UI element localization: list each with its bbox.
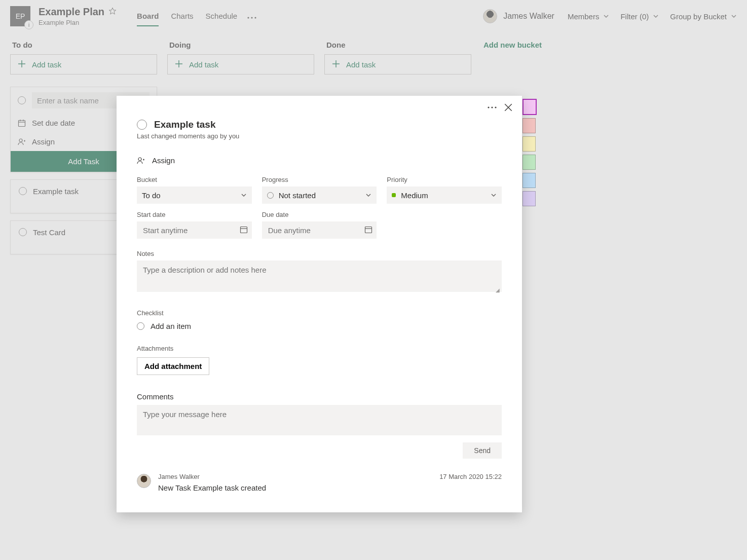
activity-author: James Walker xyxy=(158,473,200,480)
status-circle-icon xyxy=(137,322,144,330)
bucket-field-label: Bucket xyxy=(137,176,252,183)
task-title[interactable]: Example task xyxy=(154,119,215,130)
assign-label: Assign xyxy=(152,156,175,165)
checklist-label: Checklist xyxy=(137,309,502,317)
bucket-select[interactable]: To do xyxy=(137,186,252,204)
label-color-picker xyxy=(522,99,537,206)
chevron-down-icon xyxy=(365,191,371,200)
svg-point-19 xyxy=(495,106,496,108)
svg-point-18 xyxy=(491,106,493,108)
priority-select[interactable]: Medium xyxy=(387,186,502,204)
more-menu-icon[interactable] xyxy=(488,103,497,114)
notes-label: Notes xyxy=(137,250,502,257)
activity-text: New Task Example task created xyxy=(158,483,502,492)
assign-button[interactable]: Assign xyxy=(137,155,502,166)
svg-rect-25 xyxy=(240,227,247,233)
priority-field-label: Priority xyxy=(387,176,502,183)
priority-indicator-icon xyxy=(392,193,396,197)
attachments-label: Attachments xyxy=(137,345,502,352)
start-date-input-wrapper[interactable] xyxy=(137,221,252,239)
priority-value: Medium xyxy=(401,191,428,200)
start-date-label: Start date xyxy=(137,211,252,218)
calendar-icon[interactable] xyxy=(364,226,372,235)
label-color-swatch[interactable] xyxy=(522,155,536,170)
label-color-swatch[interactable] xyxy=(522,191,536,206)
add-attachment-button[interactable]: Add attachment xyxy=(137,357,209,375)
last-changed-text: Last changed moments ago by you xyxy=(137,132,502,140)
label-color-swatch[interactable] xyxy=(522,99,537,115)
task-complete-toggle[interactable] xyxy=(137,120,147,130)
chevron-down-icon xyxy=(491,191,497,200)
close-icon[interactable] xyxy=(504,103,513,114)
due-date-label: Due date xyxy=(262,211,377,218)
bucket-value: To do xyxy=(142,191,161,200)
progress-select[interactable]: Not started xyxy=(262,186,377,204)
avatar-icon xyxy=(137,474,151,488)
send-comment-button[interactable]: Send xyxy=(463,442,502,459)
person-add-icon xyxy=(137,157,145,165)
notes-textarea[interactable] xyxy=(137,260,502,292)
due-date-input-wrapper[interactable] xyxy=(262,221,377,239)
due-date-input[interactable] xyxy=(268,226,365,235)
chevron-down-icon xyxy=(241,191,247,200)
svg-rect-27 xyxy=(365,227,372,233)
svg-point-22 xyxy=(138,158,141,161)
checklist-add-item[interactable]: Add an item xyxy=(137,322,502,330)
label-color-swatch[interactable] xyxy=(522,173,536,188)
start-date-input[interactable] xyxy=(143,226,240,235)
progress-status-icon xyxy=(267,192,274,199)
activity-entry: James Walker 17 March 2020 15:22 New Tas… xyxy=(137,459,502,492)
progress-field-label: Progress xyxy=(262,176,377,183)
progress-value: Not started xyxy=(279,191,316,200)
checklist-add-label: Add an item xyxy=(151,322,191,330)
activity-timestamp: 17 March 2020 15:22 xyxy=(439,473,502,480)
comment-textarea[interactable] xyxy=(137,405,502,435)
calendar-icon[interactable] xyxy=(240,226,248,235)
task-detail-modal: Example task Last changed moments ago by… xyxy=(117,96,522,512)
label-color-swatch[interactable] xyxy=(522,136,536,152)
comments-label: Comments xyxy=(137,392,502,401)
svg-point-17 xyxy=(488,106,489,108)
label-color-swatch[interactable] xyxy=(522,118,536,133)
